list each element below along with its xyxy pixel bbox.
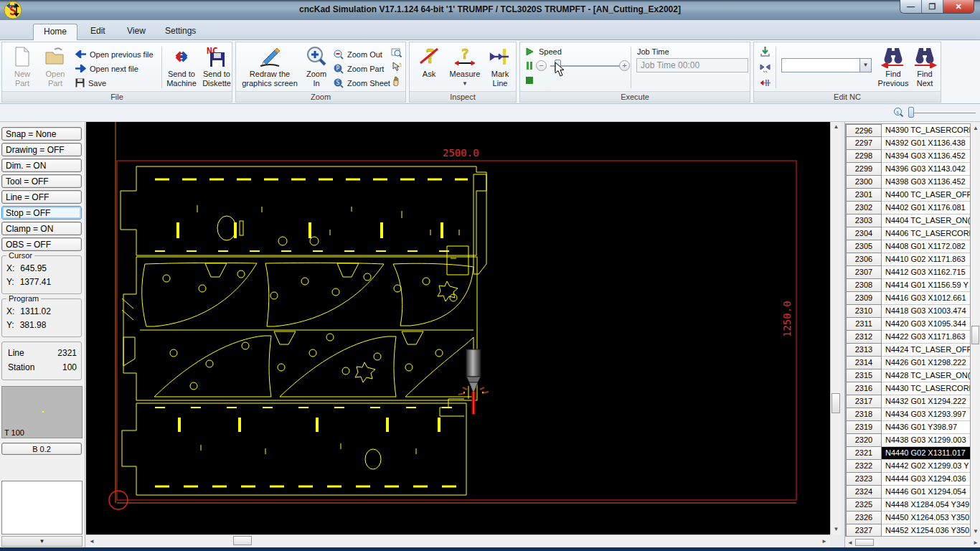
nc-line-number[interactable]: 2300 — [846, 176, 882, 189]
measure-button[interactable]: ? Measure ▼ — [446, 44, 484, 88]
nc-row[interactable]: 2299N4396 G03 X1143.042 — [846, 163, 970, 176]
close-button[interactable]: ✕ — [943, 0, 974, 13]
minimize-button[interactable]: — — [900, 0, 922, 13]
redraw-button[interactable]: Redraw the graphics screen — [239, 44, 301, 88]
canvas-vscroll-up-icon[interactable]: ▲ — [831, 123, 842, 130]
nc-code[interactable]: N4428 TC_LASER_ON( — [882, 369, 970, 382]
nc-line-number[interactable]: 2323 — [846, 473, 882, 486]
nc-line-number[interactable]: 2317 — [846, 395, 882, 408]
nc-line-number[interactable]: 2297 — [846, 137, 882, 150]
canvas-vscroll-down-icon[interactable]: ▼ — [831, 526, 842, 532]
zoom-sheet-button[interactable]: S Zoom Sheet — [334, 77, 390, 89]
find-next-button[interactable]: Find Next — [910, 44, 939, 88]
tab-home[interactable]: Home — [33, 24, 77, 40]
nc-line-number[interactable]: 2313 — [846, 344, 882, 357]
nc-code[interactable]: N4414 G01 X1156.59 Y — [882, 279, 970, 292]
nc-row[interactable]: 2310N4418 G03 X1003.474 — [846, 305, 970, 318]
combo-dropdown-icon[interactable]: ▼ — [859, 59, 871, 72]
nc-line-number[interactable]: 2307 — [846, 266, 882, 279]
nc-code[interactable]: N4420 G03 X1095.344 — [882, 318, 970, 331]
nc-hscroll-right-icon[interactable]: ► — [972, 540, 979, 546]
save-button[interactable]: Save — [75, 77, 106, 89]
tab-view[interactable]: View — [117, 24, 156, 40]
canvas-vscroll-thumb[interactable] — [831, 393, 840, 413]
nc-row[interactable]: 2326N4450 X1264.053 Y350 — [846, 512, 970, 524]
nc-line-number[interactable]: 2320 — [846, 434, 882, 447]
new-part-button[interactable]: New Part — [6, 44, 38, 88]
nc-vscrollbar[interactable]: ▲ ▼ — [971, 123, 980, 537]
nc-code[interactable]: N4426 G01 X1298.222 — [882, 357, 970, 369]
nc-code[interactable]: N4396 G03 X1143.042 — [882, 163, 970, 176]
nc-row[interactable]: 2307N4412 G03 X1162.715 — [846, 266, 970, 279]
nc-vscroll-thumb[interactable] — [971, 326, 979, 344]
nc-row[interactable]: 2317N4432 G01 X1294.222 — [846, 395, 970, 408]
nc-row[interactable]: 2305N4408 G01 X1172.082 — [846, 240, 970, 253]
nc-row[interactable]: 2322N4442 G02 X1299.03 Y — [846, 460, 970, 473]
nc-code[interactable]: N4450 X1264.053 Y350 — [882, 512, 970, 524]
nc-row[interactable]: 2325N4448 X1284.054 Y349 — [846, 499, 970, 512]
nc-code[interactable]: N4448 X1284.054 Y349 — [882, 499, 970, 512]
nc-code[interactable]: N4422 G03 X1171.863 — [882, 331, 970, 344]
nc-line-number[interactable]: 2305 — [846, 240, 882, 253]
canvas-hscroll-thumb[interactable] — [233, 536, 252, 545]
toggle-clamp[interactable]: Clamp = ON — [1, 222, 82, 235]
insert-nc-button[interactable] — [760, 77, 772, 90]
canvas-hscroll-right-icon[interactable]: ► — [820, 538, 829, 545]
nc-row[interactable]: 2313N4424 TC_LASER_OFF — [846, 344, 970, 357]
nc-code[interactable]: N4430 TC_LASERCORR — [882, 382, 970, 395]
nc-row[interactable]: 2319N4436 G01 Y398.97 — [846, 421, 970, 434]
zoom-dynamic-button[interactable] — [391, 62, 402, 75]
nc-row[interactable]: 2321N4440 G02 X1311.017 — [846, 447, 970, 460]
nc-code[interactable]: N4402 G01 X1176.081 — [882, 202, 970, 215]
ask-button[interactable]: ? Ask — [414, 44, 444, 79]
nc-hscroll-left-icon[interactable]: ◄ — [847, 540, 854, 546]
nc-line-number[interactable]: 2303 — [846, 215, 882, 227]
nc-row[interactable]: 2316N4430 TC_LASERCORR — [846, 382, 970, 395]
canvas-hscroll-left-icon[interactable]: ◄ — [88, 538, 96, 545]
sidebar-expand-button[interactable]: ▼ — [1, 536, 83, 547]
nc-hscroll-thumb[interactable] — [855, 539, 874, 546]
toggle-tool[interactable]: Tool = OFF — [1, 174, 82, 188]
stop-icon[interactable] — [526, 77, 533, 84]
drawing-canvas[interactable]: 2500.0 1250.0 — [86, 122, 830, 534]
nc-row[interactable]: 2309N4416 G03 X1012.661 — [846, 292, 970, 305]
nc-code[interactable]: N4404 TC_LASER_ON( — [882, 215, 970, 227]
nc-row[interactable]: 2298N4394 G03 X1136.452 — [846, 150, 970, 163]
nc-code[interactable]: N4394 G03 X1136.452 — [882, 150, 970, 163]
nc-line-number[interactable]: 2312 — [846, 331, 882, 344]
nc-line-number[interactable]: 2326 — [846, 512, 882, 524]
nc-code[interactable]: N4444 G03 X1294.036 — [882, 473, 970, 486]
nc-row[interactable]: 2304N4406 TC_LASERCORR — [846, 227, 970, 240]
nc-code[interactable]: N4436 G01 Y398.97 — [882, 421, 970, 434]
nc-code[interactable]: N4432 G01 X1294.222 — [882, 395, 970, 408]
nc-code[interactable]: N4442 G02 X1299.03 Y — [882, 460, 970, 473]
nc-code[interactable]: N4446 G01 X1294.054 — [882, 486, 970, 499]
nc-hscrollbar[interactable]: ◄ ► — [845, 538, 980, 547]
nc-row[interactable]: 2312N4422 G03 X1171.863 — [846, 331, 970, 344]
toggle-obs[interactable]: OBS = OFF — [1, 237, 82, 251]
nc-line-number[interactable]: 2301 — [846, 189, 882, 202]
nc-line-number[interactable]: 2311 — [846, 318, 882, 331]
nc-line-number[interactable]: 2298 — [846, 150, 882, 163]
nc-code[interactable]: N4434 G03 X1293.997 — [882, 408, 970, 421]
open-next-file-button[interactable]: Open next file — [75, 62, 138, 75]
nc-line-number[interactable]: 2302 — [846, 202, 882, 215]
toggle-dim[interactable]: Dim. = ON — [1, 159, 82, 172]
nc-row[interactable]: 2311N4420 G03 X1095.344 — [846, 318, 970, 331]
find-previous-button[interactable]: Find Previous — [877, 44, 909, 88]
mini-zoom-slider-track[interactable] — [910, 113, 976, 113]
nc-code[interactable]: N4412 G03 X1162.715 — [882, 266, 970, 279]
nc-line-number[interactable]: 2321 — [846, 447, 882, 460]
nc-code[interactable]: N4408 G01 X1172.082 — [882, 240, 970, 253]
nc-line-number[interactable]: 2318 — [846, 408, 882, 421]
toggle-drawing[interactable]: Drawing = OFF — [1, 143, 82, 156]
open-part-button[interactable]: Open Part — [39, 44, 71, 88]
canvas-hscrollbar[interactable]: ◄ ► — [86, 534, 830, 547]
nc-line-number[interactable]: 2310 — [846, 305, 882, 318]
send-to-diskette-button[interactable]: NC Send to Diskette — [200, 44, 233, 88]
nc-row[interactable]: 2324N4446 G01 X1294.054 — [846, 486, 970, 499]
nc-code[interactable]: N4392 G01 X1136.438 — [882, 137, 970, 150]
nc-code[interactable]: N4390 TC_LASERCORR — [882, 124, 970, 137]
zoom-part-button[interactable]: P Zoom Part — [334, 62, 384, 75]
zoom-in-button[interactable]: Zoom In — [302, 44, 331, 88]
